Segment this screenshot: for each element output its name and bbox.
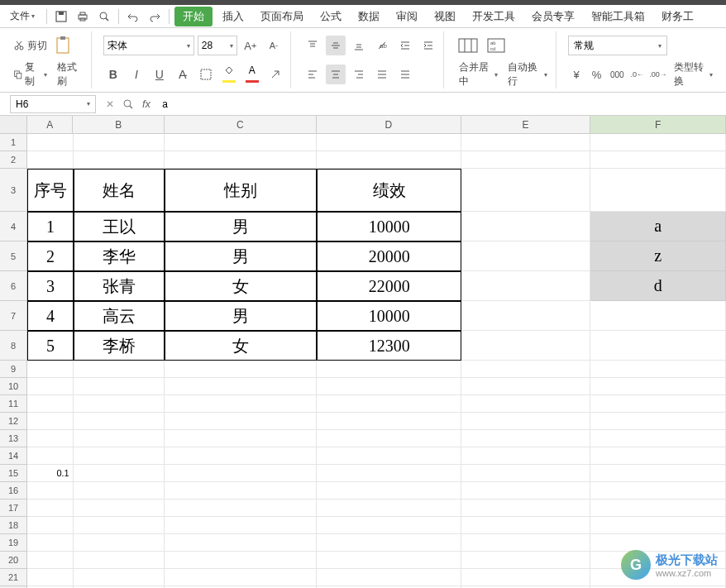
cell[interactable] <box>74 151 165 169</box>
row-header[interactable]: 20 <box>0 552 27 569</box>
tab-developer[interactable]: 开发工具 <box>466 6 522 27</box>
col-header-f[interactable]: F <box>590 116 726 133</box>
cell[interactable] <box>461 534 590 552</box>
cell[interactable] <box>27 569 74 586</box>
percent-icon[interactable]: % <box>588 65 605 84</box>
cell[interactable] <box>27 482 74 500</box>
tab-page-layout[interactable]: 页面布局 <box>254 6 310 27</box>
table-header[interactable]: 序号 <box>27 169 74 212</box>
cell[interactable] <box>165 552 317 569</box>
side-value-cell[interactable]: a <box>590 212 726 241</box>
cell[interactable] <box>590 482 726 500</box>
cancel-icon[interactable]: ✕ <box>106 98 114 110</box>
cell[interactable] <box>74 569 165 586</box>
cell[interactable] <box>461 413 590 430</box>
cell[interactable] <box>165 413 317 430</box>
align-middle-icon[interactable] <box>326 36 346 55</box>
decrease-decimal-icon[interactable]: .0← <box>629 65 647 84</box>
table-cell[interactable]: 高云 <box>74 301 165 331</box>
increase-decimal-icon[interactable]: .00→ <box>649 65 667 84</box>
cell[interactable] <box>27 500 74 517</box>
cell[interactable] <box>74 552 165 569</box>
table-header[interactable]: 姓名 <box>74 169 165 212</box>
cell[interactable] <box>165 569 317 586</box>
cell[interactable] <box>165 447 317 465</box>
table-cell[interactable]: 10000 <box>317 212 461 241</box>
tab-start[interactable]: 开始 <box>174 7 213 26</box>
table-cell[interactable]: 王以 <box>74 212 165 241</box>
cell[interactable] <box>165 361 317 378</box>
side-value-cell[interactable]: d <box>590 271 726 301</box>
cell[interactable] <box>590 465 726 482</box>
row-header[interactable]: 11 <box>0 395 27 413</box>
copy-button[interactable]: 复制▾ <box>10 59 50 90</box>
cut-button[interactable]: 剪切 <box>10 37 50 55</box>
fill-color-button[interactable] <box>219 65 239 84</box>
cell[interactable] <box>590 447 726 465</box>
row-header[interactable]: 13 <box>0 430 27 447</box>
type-convert-button[interactable]: 类型转换▾ <box>671 59 716 90</box>
row-header[interactable]: 16 <box>0 482 27 500</box>
cell[interactable] <box>590 395 726 413</box>
orientation-icon[interactable]: ab <box>372 36 392 55</box>
search-icon[interactable] <box>122 98 134 110</box>
table-cell[interactable]: 3 <box>27 271 74 301</box>
cell[interactable] <box>165 500 317 517</box>
cell[interactable] <box>590 361 726 378</box>
row-header[interactable]: 2 <box>0 151 27 169</box>
row-header[interactable]: 5 <box>0 241 27 271</box>
name-box[interactable]: H6 ▾ <box>10 95 96 113</box>
table-cell[interactable]: 12300 <box>317 331 461 361</box>
cell[interactable] <box>461 465 590 482</box>
cell[interactable] <box>317 413 461 430</box>
currency-icon[interactable]: ¥ <box>568 65 585 84</box>
distribute-icon[interactable] <box>395 65 415 84</box>
cell[interactable] <box>165 534 317 552</box>
select-all-corner[interactable] <box>0 116 27 133</box>
spreadsheet-grid[interactable]: 123序号姓名性别绩效41王以男10000a52李华男20000z63张青女22… <box>0 134 726 588</box>
cell[interactable] <box>74 413 165 430</box>
cell[interactable] <box>461 482 590 500</box>
cell[interactable] <box>165 378 317 395</box>
cell[interactable] <box>461 134 590 151</box>
wrap-text-button[interactable]: 自动换行▾ <box>504 59 550 90</box>
undo-icon[interactable] <box>124 7 142 26</box>
cell[interactable] <box>317 500 461 517</box>
cell[interactable] <box>165 465 317 482</box>
cell[interactable] <box>590 534 726 552</box>
cell[interactable] <box>461 331 590 361</box>
cell[interactable] <box>27 395 74 413</box>
cell[interactable] <box>590 301 726 331</box>
cell[interactable] <box>461 569 590 586</box>
cell[interactable] <box>317 395 461 413</box>
cell-extra[interactable]: 0.1 <box>27 465 74 482</box>
save-icon[interactable] <box>52 7 70 26</box>
table-cell[interactable]: 5 <box>27 331 74 361</box>
row-header[interactable]: 10 <box>0 378 27 395</box>
row-header[interactable]: 9 <box>0 361 27 378</box>
cell[interactable] <box>461 500 590 517</box>
cell[interactable] <box>317 134 461 151</box>
tab-smart-tools[interactable]: 智能工具箱 <box>585 6 652 27</box>
cell[interactable] <box>165 395 317 413</box>
row-header[interactable]: 7 <box>0 301 27 331</box>
cell[interactable] <box>461 151 590 169</box>
border-icon[interactable] <box>196 65 216 84</box>
cell[interactable] <box>74 430 165 447</box>
cell[interactable] <box>317 552 461 569</box>
table-cell[interactable]: 李华 <box>74 241 165 271</box>
cell[interactable] <box>461 430 590 447</box>
cell[interactable] <box>461 517 590 534</box>
tab-review[interactable]: 审阅 <box>389 6 424 27</box>
cell[interactable] <box>590 500 726 517</box>
col-header-d[interactable]: D <box>317 116 461 133</box>
table-cell[interactable]: 男 <box>165 212 317 241</box>
cell[interactable] <box>74 134 165 151</box>
tab-view[interactable]: 视图 <box>427 6 462 27</box>
cell[interactable] <box>74 378 165 395</box>
cell[interactable] <box>317 378 461 395</box>
cell[interactable] <box>590 430 726 447</box>
print-preview-icon[interactable] <box>95 7 113 26</box>
cell[interactable] <box>317 517 461 534</box>
align-justify-icon[interactable] <box>372 65 392 84</box>
